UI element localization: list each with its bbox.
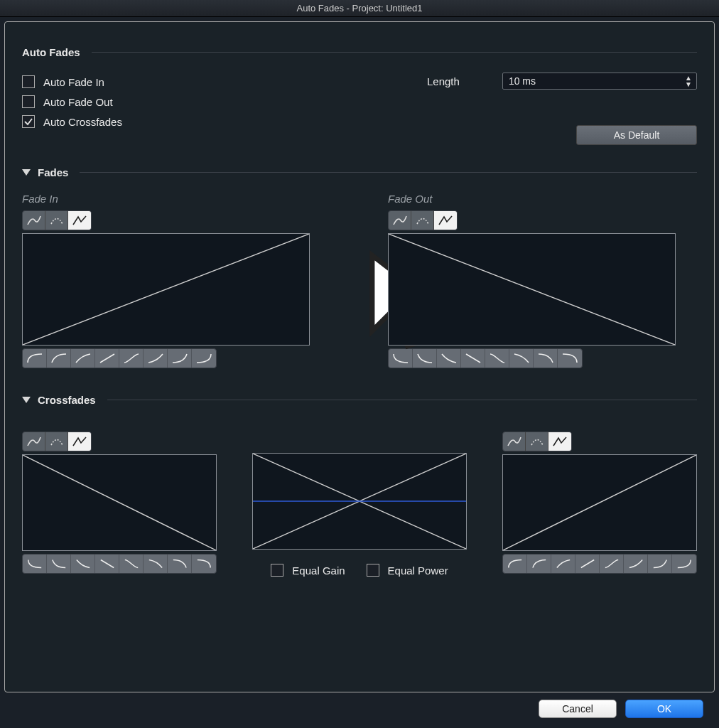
curve-tab-dotted[interactable] — [411, 211, 434, 230]
shape-preset[interactable] — [23, 349, 47, 368]
curve-icon — [580, 558, 595, 569]
curve-icon — [147, 353, 164, 364]
curve-tab-spline[interactable] — [23, 432, 45, 451]
checkbox-label: Auto Fade Out — [43, 96, 113, 108]
fade-out-line-icon — [389, 234, 675, 345]
checkmark-icon — [23, 117, 33, 127]
curve-icon — [51, 558, 67, 569]
shape-preset[interactable] — [168, 555, 192, 573]
curve-icon — [27, 558, 43, 569]
cross-line-icon — [23, 455, 216, 550]
length-label: Length — [427, 75, 460, 87]
crossfade-center-canvas[interactable] — [252, 453, 467, 550]
shape-preset[interactable] — [551, 555, 575, 573]
crossfade-x-icon — [253, 454, 466, 549]
shape-preset[interactable] — [672, 555, 696, 573]
checkbox-fadeout[interactable] — [22, 95, 35, 108]
shape-preset[interactable] — [95, 349, 119, 368]
shape-preset[interactable] — [437, 349, 461, 368]
dotted-arc-icon — [49, 436, 65, 447]
shape-preset[interactable] — [600, 555, 624, 573]
fade-in-block: Fade In — [22, 188, 310, 368]
shape-preset[interactable] — [47, 349, 71, 368]
curve-icon — [172, 558, 188, 569]
curve-icon — [171, 353, 188, 364]
curve-icon — [99, 353, 116, 364]
curve-tab-spline[interactable] — [503, 432, 526, 451]
section-header-fades[interactable]: Fades — [22, 166, 697, 178]
curve-tab-dotted[interactable] — [45, 211, 68, 230]
curve-icon — [465, 353, 482, 364]
curve-tab-linear[interactable] — [434, 211, 457, 230]
curve-tab-dotted[interactable] — [526, 432, 548, 451]
checkbox-label: Auto Fade In — [43, 76, 104, 88]
linear-seg-icon — [72, 215, 87, 226]
curve-icon — [676, 558, 692, 569]
shape-preset[interactable] — [624, 555, 648, 573]
shape-preset[interactable] — [509, 349, 534, 368]
fade-in-canvas[interactable] — [22, 233, 310, 346]
curve-type-tabs-in — [22, 210, 92, 230]
curve-tab-linear[interactable] — [68, 432, 91, 451]
fade-in-line-icon — [23, 234, 309, 345]
shape-preset[interactable] — [503, 555, 527, 573]
length-select[interactable]: 10 ms ▲▼ — [502, 73, 697, 90]
shape-preset[interactable] — [144, 349, 168, 368]
button-label: Cancel — [562, 703, 593, 714]
shape-preset[interactable] — [144, 555, 168, 573]
curve-tab-spline[interactable] — [389, 211, 411, 230]
curve-tab-linear[interactable] — [68, 211, 91, 230]
shape-preset[interactable] — [527, 555, 551, 573]
checkbox-label: Equal Gain — [292, 564, 345, 577]
shape-preset[interactable] — [47, 555, 71, 573]
divider — [80, 172, 697, 173]
checkbox-fadein[interactable] — [22, 75, 35, 88]
shape-preset[interactable] — [71, 555, 95, 573]
crossfade-left-canvas[interactable] — [22, 454, 217, 551]
shape-preset[interactable] — [413, 349, 437, 368]
cross-line-icon — [503, 455, 696, 550]
shape-preset[interactable] — [534, 349, 558, 368]
checkbox-row-fadeout[interactable]: Auto Fade Out — [22, 95, 427, 108]
checkbox-equal-power[interactable] — [367, 564, 379, 577]
checkbox-equal-gain[interactable] — [271, 564, 283, 577]
shape-preset[interactable] — [575, 555, 600, 573]
checkbox-label: Auto Crossfades — [43, 116, 122, 128]
shape-preset[interactable] — [461, 349, 485, 368]
shape-preset[interactable] — [168, 349, 192, 368]
checkbox-row-equal-gain[interactable]: Equal Gain — [271, 564, 345, 577]
checkbox-row-fadein[interactable]: Auto Fade In — [22, 75, 427, 88]
curve-tab-spline[interactable] — [23, 211, 45, 230]
shape-preset[interactable] — [389, 349, 413, 368]
curve-icon — [123, 353, 140, 364]
curve-type-tabs-cross-right — [502, 432, 572, 451]
curve-tab-dotted[interactable] — [45, 432, 68, 451]
curve-icon — [124, 558, 139, 569]
ok-button[interactable]: OK — [625, 700, 703, 718]
checkbox-row-equal-power[interactable]: Equal Power — [367, 564, 448, 577]
curve-tab-linear[interactable] — [548, 432, 571, 451]
shape-preset[interactable] — [485, 349, 509, 368]
as-default-button[interactable]: As Default — [576, 125, 697, 145]
shape-preset[interactable] — [648, 555, 672, 573]
section-title: Fades — [38, 166, 68, 178]
shape-preset[interactable] — [192, 555, 216, 573]
shape-preset[interactable] — [192, 349, 216, 368]
fade-out-canvas[interactable] — [388, 233, 676, 346]
section-header-crossfades[interactable]: Crossfades — [22, 394, 697, 406]
checkbox-row-crossfades[interactable]: Auto Crossfades — [22, 115, 427, 128]
cancel-button[interactable]: Cancel — [539, 700, 617, 718]
checkbox-crossfades[interactable] — [22, 115, 35, 128]
shape-preset[interactable] — [95, 555, 119, 573]
window-title: Auto Fades - Project: Untitled1 — [296, 3, 422, 14]
crossfade-right-canvas[interactable] — [502, 454, 697, 551]
svg-line-2 — [23, 455, 216, 550]
shape-preset[interactable] — [119, 555, 144, 573]
curve-icon — [195, 353, 212, 364]
curve-icon — [531, 558, 547, 569]
shape-preset[interactable] — [71, 349, 95, 368]
shape-preset[interactable] — [119, 349, 144, 368]
shape-preset[interactable] — [23, 555, 47, 573]
shape-preset[interactable] — [558, 349, 582, 368]
fade-in-shape-presets — [22, 348, 217, 368]
